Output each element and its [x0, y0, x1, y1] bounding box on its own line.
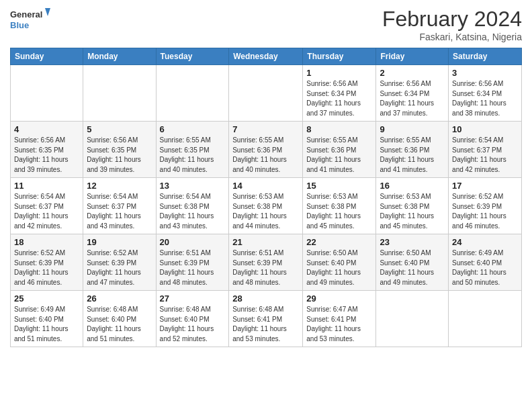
- table-row: 19Sunrise: 6:52 AMSunset: 6:39 PMDayligh…: [83, 234, 156, 291]
- day-info: Sunrise: 6:56 AMSunset: 6:34 PMDaylight:…: [452, 79, 518, 118]
- day-number: 22: [306, 237, 372, 247]
- table-row: 12Sunrise: 6:54 AMSunset: 6:37 PMDayligh…: [83, 178, 156, 234]
- table-row: 2Sunrise: 6:56 AMSunset: 6:34 PMDaylight…: [376, 65, 449, 122]
- day-number: 16: [380, 181, 445, 191]
- col-tuesday: Tuesday: [156, 48, 229, 65]
- table-row: 21Sunrise: 6:51 AMSunset: 6:39 PMDayligh…: [229, 234, 303, 291]
- day-number: 26: [87, 293, 152, 304]
- table-row: 15Sunrise: 6:53 AMSunset: 6:38 PMDayligh…: [303, 178, 376, 234]
- logo: General Blue: [10, 7, 50, 32]
- day-number: 29: [306, 293, 372, 304]
- table-row: 29Sunrise: 6:47 AMSunset: 6:41 PMDayligh…: [303, 291, 376, 347]
- day-number: 7: [232, 124, 299, 134]
- day-number: 14: [232, 181, 299, 191]
- table-row: 27Sunrise: 6:48 AMSunset: 6:40 PMDayligh…: [156, 291, 229, 347]
- day-number: 2: [380, 68, 445, 78]
- table-row: [83, 65, 156, 122]
- day-info: Sunrise: 6:56 AMSunset: 6:35 PMDaylight:…: [87, 136, 152, 175]
- day-info: Sunrise: 6:53 AMSunset: 6:38 PMDaylight:…: [306, 192, 372, 231]
- day-number: 21: [232, 237, 299, 247]
- day-info: Sunrise: 6:48 AMSunset: 6:41 PMDaylight:…: [232, 305, 299, 344]
- table-row: 14Sunrise: 6:53 AMSunset: 6:38 PMDayligh…: [229, 178, 303, 234]
- day-number: 5: [87, 124, 152, 134]
- table-row: 18Sunrise: 6:52 AMSunset: 6:39 PMDayligh…: [11, 234, 83, 291]
- calendar-week-row: 4Sunrise: 6:56 AMSunset: 6:35 PMDaylight…: [11, 122, 522, 178]
- month-title: February 2024: [382, 7, 522, 32]
- day-number: 24: [452, 237, 518, 247]
- table-row: 17Sunrise: 6:52 AMSunset: 6:39 PMDayligh…: [449, 178, 522, 234]
- logo-svg: General Blue: [10, 7, 50, 32]
- day-info: Sunrise: 6:55 AMSunset: 6:36 PMDaylight:…: [306, 136, 372, 175]
- table-row: 10Sunrise: 6:54 AMSunset: 6:37 PMDayligh…: [449, 122, 522, 178]
- day-number: 23: [380, 237, 445, 247]
- table-row: 3Sunrise: 6:56 AMSunset: 6:34 PMDaylight…: [449, 65, 522, 122]
- day-info: Sunrise: 6:54 AMSunset: 6:37 PMDaylight:…: [87, 192, 152, 231]
- calendar-week-row: 1Sunrise: 6:56 AMSunset: 6:34 PMDaylight…: [11, 65, 522, 122]
- day-number: 1: [306, 68, 372, 78]
- day-number: 12: [87, 181, 152, 191]
- table-row: [376, 291, 449, 347]
- table-row: 9Sunrise: 6:55 AMSunset: 6:36 PMDaylight…: [376, 122, 449, 178]
- table-row: 1Sunrise: 6:56 AMSunset: 6:34 PMDaylight…: [303, 65, 376, 122]
- table-row: 5Sunrise: 6:56 AMSunset: 6:35 PMDaylight…: [83, 122, 156, 178]
- day-info: Sunrise: 6:52 AMSunset: 6:39 PMDaylight:…: [452, 192, 518, 231]
- day-number: 13: [160, 181, 226, 191]
- day-info: Sunrise: 6:51 AMSunset: 6:39 PMDaylight:…: [160, 248, 226, 287]
- table-row: 11Sunrise: 6:54 AMSunset: 6:37 PMDayligh…: [11, 178, 83, 234]
- table-row: 7Sunrise: 6:55 AMSunset: 6:36 PMDaylight…: [229, 122, 303, 178]
- table-row: [156, 65, 229, 122]
- day-number: 20: [160, 237, 226, 247]
- day-info: Sunrise: 6:54 AMSunset: 6:37 PMDaylight:…: [452, 136, 518, 175]
- table-row: 4Sunrise: 6:56 AMSunset: 6:35 PMDaylight…: [11, 122, 83, 178]
- calendar-week-row: 11Sunrise: 6:54 AMSunset: 6:37 PMDayligh…: [11, 178, 522, 234]
- day-info: Sunrise: 6:49 AMSunset: 6:40 PMDaylight:…: [452, 248, 518, 287]
- col-saturday: Saturday: [449, 48, 522, 65]
- day-number: 25: [14, 293, 79, 304]
- day-number: 18: [14, 237, 79, 247]
- calendar-table: Sunday Monday Tuesday Wednesday Thursday…: [10, 48, 522, 347]
- table-row: [229, 65, 303, 122]
- day-info: Sunrise: 6:48 AMSunset: 6:40 PMDaylight:…: [87, 305, 152, 344]
- table-row: 16Sunrise: 6:53 AMSunset: 6:38 PMDayligh…: [376, 178, 449, 234]
- calendar-header-row: Sunday Monday Tuesday Wednesday Thursday…: [11, 48, 522, 65]
- day-info: Sunrise: 6:55 AMSunset: 6:35 PMDaylight:…: [160, 136, 226, 175]
- day-number: 27: [160, 293, 226, 304]
- table-row: 20Sunrise: 6:51 AMSunset: 6:39 PMDayligh…: [156, 234, 229, 291]
- day-info: Sunrise: 6:56 AMSunset: 6:35 PMDaylight:…: [14, 136, 79, 175]
- day-info: Sunrise: 6:52 AMSunset: 6:39 PMDaylight:…: [87, 248, 152, 287]
- table-row: 24Sunrise: 6:49 AMSunset: 6:40 PMDayligh…: [449, 234, 522, 291]
- day-info: Sunrise: 6:55 AMSunset: 6:36 PMDaylight:…: [380, 136, 445, 175]
- calendar-week-row: 25Sunrise: 6:49 AMSunset: 6:40 PMDayligh…: [11, 291, 522, 347]
- svg-text:General: General: [10, 9, 42, 19]
- day-info: Sunrise: 6:49 AMSunset: 6:40 PMDaylight:…: [14, 305, 79, 344]
- day-number: 19: [87, 237, 152, 247]
- col-monday: Monday: [83, 48, 156, 65]
- table-row: [449, 291, 522, 347]
- calendar-body: 1Sunrise: 6:56 AMSunset: 6:34 PMDaylight…: [11, 65, 522, 347]
- day-info: Sunrise: 6:51 AMSunset: 6:39 PMDaylight:…: [232, 248, 299, 287]
- day-info: Sunrise: 6:55 AMSunset: 6:36 PMDaylight:…: [232, 136, 299, 175]
- day-info: Sunrise: 6:53 AMSunset: 6:38 PMDaylight:…: [380, 192, 445, 231]
- day-number: 6: [160, 124, 226, 134]
- table-row: 28Sunrise: 6:48 AMSunset: 6:41 PMDayligh…: [229, 291, 303, 347]
- table-row: 23Sunrise: 6:50 AMSunset: 6:40 PMDayligh…: [376, 234, 449, 291]
- svg-text:Blue: Blue: [10, 20, 29, 30]
- day-info: Sunrise: 6:47 AMSunset: 6:41 PMDaylight:…: [306, 305, 372, 344]
- calendar-week-row: 18Sunrise: 6:52 AMSunset: 6:39 PMDayligh…: [11, 234, 522, 291]
- day-number: 4: [14, 124, 79, 134]
- table-row: 13Sunrise: 6:54 AMSunset: 6:38 PMDayligh…: [156, 178, 229, 234]
- day-info: Sunrise: 6:52 AMSunset: 6:39 PMDaylight:…: [14, 248, 79, 287]
- day-info: Sunrise: 6:56 AMSunset: 6:34 PMDaylight:…: [380, 79, 445, 118]
- day-info: Sunrise: 6:50 AMSunset: 6:40 PMDaylight:…: [306, 248, 372, 287]
- col-wednesday: Wednesday: [229, 48, 303, 65]
- day-info: Sunrise: 6:56 AMSunset: 6:34 PMDaylight:…: [306, 79, 372, 118]
- day-number: 15: [306, 181, 372, 191]
- title-block: February 2024 Faskari, Katsina, Nigeria: [382, 7, 522, 42]
- day-number: 17: [452, 181, 518, 191]
- day-number: 9: [380, 124, 445, 134]
- day-number: 8: [306, 124, 372, 134]
- svg-marker-2: [45, 8, 50, 16]
- day-number: 11: [14, 181, 79, 191]
- day-info: Sunrise: 6:54 AMSunset: 6:38 PMDaylight:…: [160, 192, 226, 231]
- table-row: 25Sunrise: 6:49 AMSunset: 6:40 PMDayligh…: [11, 291, 83, 347]
